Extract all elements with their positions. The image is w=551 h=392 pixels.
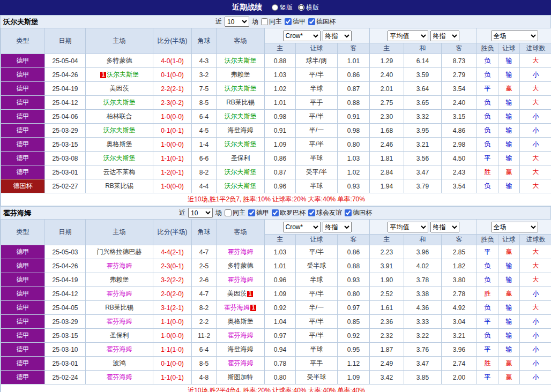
checkbox-input[interactable] [308,18,315,25]
page-title: 近期战绩 [232,3,262,12]
away-team-cell: 沃尔夫斯堡 [217,179,265,193]
corner-cell: 4-7 [192,245,217,259]
checkbox-input[interactable] [261,18,268,25]
avg-draw-cell: 3.76 [404,343,442,357]
result-handicap-cell: 输 [498,152,520,165]
checkbox-input[interactable] [248,209,255,216]
away-team-name: 美因茨 [227,290,247,297]
avg-home-cell: 2.32 [370,329,404,343]
avg-home-cell: 1.81 [370,152,404,165]
result-winlose-cell: 平 [477,315,498,329]
away-team-name: 奥格斯堡 [228,318,254,325]
home-team-cell: 霍芬海姆 [86,371,153,385]
match-count-select[interactable]: 10 [225,17,249,27]
home-odds-cell: 0.94 [265,343,296,357]
avg-home-cell: 1.90 [370,273,404,287]
corner-cell: 2-2 [192,315,217,329]
result-goals-cell: 大 [520,165,551,179]
corner-cell: 7-5 [192,82,217,96]
home-team-name: 波鸿 [113,359,126,367]
away-team-cell: 海登海姆 [217,124,265,138]
fulltime-select-0[interactable]: 全场 [491,222,538,232]
match-row: 德甲25-03-01云达不莱梅1-2(0-1)8-2沃尔夫斯堡0.87受平/半1… [1,165,551,179]
average-select-0[interactable]: 平均值 [388,222,428,232]
average-select-1[interactable]: 终指 [430,31,459,41]
match-row: 德甲25-04-26霍芬海姆2-3(0-1)2-5多特蒙德1.01受半球0.88… [1,259,551,273]
corner-cell: 6-6 [192,152,217,165]
score-cell: 1-2(0-1) [153,165,192,179]
avg-home-cell: 3.91 [370,259,404,273]
away-team-name: 沃尔夫斯堡 [225,168,257,176]
checkbox-label: 同主 [233,208,245,217]
radio-horizontal-layout[interactable]: 横版 [298,3,319,12]
bookmaker-select-0[interactable]: Crow* [283,222,321,232]
section-header: 霍芬海姆近10场同主德甲欧罗巴杯球会友谊德国杯 [1,206,550,219]
checkbox-input[interactable] [308,209,315,216]
avg-away-cell: 2.78 [442,287,477,301]
home-odds-cell: 0.78 [265,357,296,371]
home-team-name: 云达不莱梅 [103,168,136,176]
home-team-name: 霍芬海姆 [107,318,132,325]
away-odds-cell: 0.88 [338,259,370,273]
result-winlose-cell: 负 [477,54,498,68]
match-row: 德甲25-03-29沃尔夫斯堡0-1(0-1)4-5海登海姆0.91半/一0.9… [1,124,551,138]
fulltime-select-0[interactable]: 全场 [491,31,538,41]
sub-column-header: 主 [370,43,404,54]
bookmaker-select-1[interactable]: 终指 [323,31,352,41]
filter-checkbox-德甲[interactable]: 德甲 [285,17,306,26]
checkbox-input[interactable] [345,209,352,216]
filter-checkbox-德国杯[interactable]: 德国杯 [345,208,372,217]
away-team-cell: 斯图加特 [217,371,265,385]
result-handicap-cell: 输 [498,259,520,273]
match-row: 德甲25-04-12沃尔夫斯堡2-3(0-2)8-5RB莱比锡1.01平手0.8… [1,96,551,110]
corner-cell: 8-5 [192,357,217,371]
avg-home-cell: 1.61 [370,301,404,315]
filter-checkbox-德国杯[interactable]: 德国杯 [308,17,336,26]
filter-checkbox-同主[interactable]: 同主 [225,208,245,217]
match-date-cell: 25-02-24 [45,371,86,385]
match-row: 德甲25-04-19弗赖堡3-2(2-2)2-6霍芬海姆0.96半球0.931.… [1,273,551,287]
filter-checkbox-德甲[interactable]: 德甲 [248,208,269,217]
filter-checkbox-同主[interactable]: 同主 [261,17,282,26]
corner-cell: 8-2 [192,301,217,315]
checkbox-label: 德甲 [293,17,306,26]
radio-horizontal-label: 横版 [306,3,319,12]
radio-vertical-layout[interactable]: 竖版 [272,3,293,12]
sub-column-header: 主 [265,235,296,245]
league-type-cell: 德甲 [1,329,45,343]
checkbox-input[interactable] [285,18,292,25]
column-header: 主场 [86,220,153,245]
away-team-name: 沃尔夫斯堡 [225,112,257,120]
average-select-1[interactable]: 终指 [430,222,459,232]
league-type-cell: 德甲 [1,82,45,96]
home-team-cell: 波鸿 [86,357,153,371]
away-team-cell: RB莱比锡 [217,96,265,110]
checkbox-input[interactable] [272,209,279,216]
league-type-cell: 德甲 [1,165,45,179]
score-cell: 3-1(2-1) [153,301,192,315]
result-winlose-cell: 平 [477,245,498,259]
filter-suffix-label: 场 [215,208,222,217]
home-team-cell: 霍芬海姆 [86,315,153,329]
home-odds-cell: 0.97 [265,329,296,343]
avg-draw-cell: 3.56 [404,152,442,165]
avg-draw-cell: 4.36 [404,301,442,315]
filter-checkbox-欧罗巴杯[interactable]: 欧罗巴杯 [272,208,306,217]
home-odds-cell: 1.04 [265,315,296,329]
average-select-0[interactable]: 平均值 [388,31,428,41]
away-odds-cell: 0.93 [338,179,370,193]
match-date-cell: 25-03-10 [45,343,86,357]
filter-checkbox-球会友谊[interactable]: 球会友谊 [308,208,342,217]
away-odds-cell: 0.80 [338,138,370,152]
result-winlose-cell: 平 [477,343,498,357]
result-winlose-cell: 负 [477,124,498,138]
bookmaker-select-0[interactable]: Crow* [283,31,321,41]
home-team-name: 沃尔夫斯堡 [103,154,136,162]
checkbox-input[interactable] [225,209,232,216]
bookmaker-select-1[interactable]: 终指 [323,222,352,232]
result-winlose-cell: 平 [477,152,498,165]
radio-vertical-input[interactable] [272,4,278,11]
match-count-select[interactable]: 10 [188,208,213,218]
radio-horizontal-input[interactable] [298,4,304,11]
avg-draw-cell: 3.78 [404,273,442,287]
